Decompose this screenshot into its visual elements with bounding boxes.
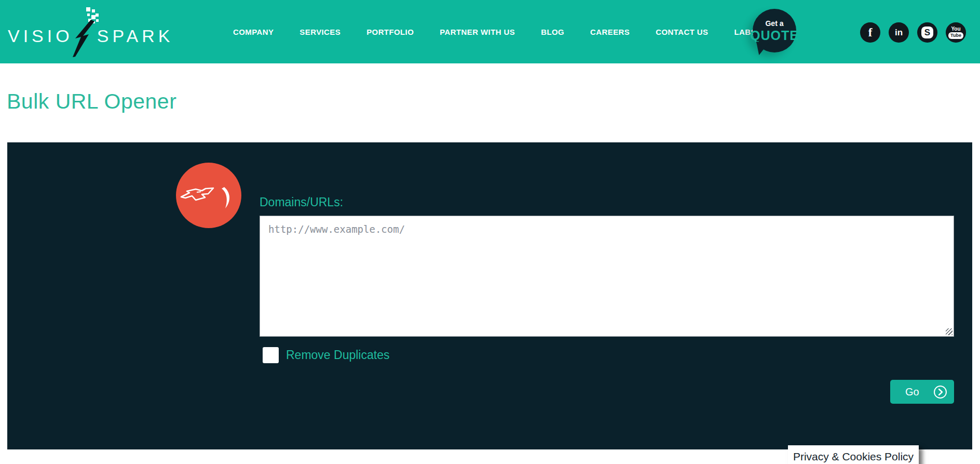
site-header: VISIO SPARK COMPANY SERVICES PORTFOLIO P… [0, 0, 980, 63]
domains-urls-label: Domains/URLs: [260, 195, 343, 210]
nav-company[interactable]: COMPANY [233, 28, 274, 36]
youtube-glyph-bottom: Tube [948, 32, 963, 39]
logo-text-visio: VISIO [8, 27, 73, 45]
urls-textarea[interactable] [260, 216, 954, 337]
lightning-bolt-icon [71, 7, 99, 58]
remove-duplicates-checkbox[interactable] [263, 347, 279, 363]
youtube-glyph-top: You [951, 26, 960, 32]
nav-partner-with-us[interactable]: PARTNER WITH US [440, 28, 515, 36]
youtube-icon[interactable]: You Tube [946, 22, 966, 43]
quote-line2: QUOTE [750, 29, 799, 42]
social-links: f in S You Tube [860, 22, 966, 43]
remove-duplicates-row: Remove Duplicates [263, 347, 389, 363]
go-button-label: Go [905, 386, 919, 398]
main-navigation: COMPANY SERVICES PORTFOLIO PARTNER WITH … [233, 0, 756, 63]
bulk-url-opener-panel: Domains/URLs: Remove Duplicates Go [7, 142, 972, 449]
remove-duplicates-label[interactable]: Remove Duplicates [286, 348, 389, 362]
skype-icon[interactable]: S [917, 22, 937, 43]
nav-services[interactable]: SERVICES [300, 28, 341, 36]
linkedin-icon[interactable]: in [889, 22, 909, 43]
logo-text-spark: SPARK [97, 27, 174, 45]
facebook-icon[interactable]: f [860, 22, 880, 43]
page-title: Bulk URL Opener [7, 89, 176, 114]
nav-contact-us[interactable]: CONTACT US [656, 28, 708, 36]
get-a-quote-button[interactable]: Get a QUOTE [753, 9, 796, 52]
nav-portfolio[interactable]: PORTFOLIO [366, 28, 414, 36]
nav-careers[interactable]: CAREERS [590, 28, 630, 36]
privacy-cookies-policy-button[interactable]: Privacy & Cookies Policy [788, 445, 919, 464]
nav-blog[interactable]: BLOG [541, 28, 564, 36]
arrow-circle-icon [933, 385, 947, 399]
logo[interactable]: VISIO SPARK [8, 27, 173, 58]
facebook-glyph: f [868, 26, 873, 38]
skype-glyph: S [921, 26, 933, 38]
quote-line1: Get a [765, 20, 783, 27]
rocket-bird-icon [176, 163, 241, 228]
linkedin-glyph: in [895, 28, 903, 37]
go-button[interactable]: Go [890, 380, 954, 404]
